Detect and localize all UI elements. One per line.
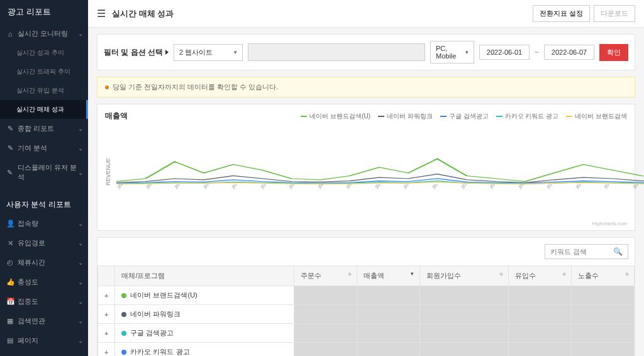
- chart-xaxis-title: DAY: [116, 209, 644, 216]
- legend-item[interactable]: 네이버 파워링크: [378, 112, 433, 121]
- data-cell: [420, 343, 509, 357]
- media-table: 매체/프로그램주문수매출액회원가입수유입수노출수 +네이버 브랜드검색(U)+네…: [97, 265, 635, 356]
- data-cell: [357, 305, 420, 324]
- data-cell: [571, 286, 634, 305]
- table-header[interactable]: 노출수: [571, 266, 634, 286]
- media-name-cell: 네이버 브랜드검색(U): [115, 286, 294, 305]
- table-panel: 🔍 매체/프로그램주문수매출액회원가입수유입수노출수 +네이버 브랜드검색(U)…: [97, 237, 635, 356]
- table-header[interactable]: 회원가입수: [420, 266, 509, 286]
- sidebar-item-realtime-perf-trend[interactable]: 실시간 성과 추이: [0, 43, 88, 62]
- data-cell: [294, 305, 357, 324]
- sidebar-item-page[interactable]: ▤페이지: [0, 331, 88, 350]
- table-header[interactable]: 매체/프로그램: [115, 266, 294, 286]
- search-icon[interactable]: 🔍: [608, 245, 628, 259]
- sidebar-item-summary-report[interactable]: ✎ 종합 리포트: [0, 119, 88, 138]
- data-cell: [508, 343, 571, 357]
- table-row: +네이버 파워링크: [98, 305, 635, 324]
- sidebar-title: 광고 리포트: [0, 0, 88, 24]
- chart-credit: Highcharts.com: [97, 221, 635, 230]
- media-name-cell: 네이버 파워링크: [115, 305, 294, 324]
- date-to[interactable]: 2022-06-07: [544, 45, 594, 60]
- chart-legend: 네이버 브랜드검색(U)네이버 파워링크구글 검색광고카카오 키워드 광고네이버…: [301, 112, 627, 121]
- device-select[interactable]: PC, Mobile: [430, 41, 474, 64]
- data-cell: [508, 305, 571, 324]
- legend-item[interactable]: 카카오 키워드 광고: [496, 112, 559, 121]
- color-dot-icon: [121, 350, 126, 355]
- data-cell: [420, 286, 509, 305]
- conversion-settings-button[interactable]: 전환지표 설정: [533, 5, 590, 22]
- date-from[interactable]: 2022-06-01: [479, 45, 530, 60]
- notice-banner: 당일 기준 전일자까지의 데이터를 확인할 수 있습니다.: [97, 77, 635, 97]
- data-cell: [571, 305, 634, 324]
- shuffle-icon: ⤨: [6, 239, 14, 247]
- data-cell: [508, 286, 571, 305]
- sidebar-item-display-user[interactable]: ✎ 디스플레이 유저 분석: [0, 158, 88, 187]
- table-row: +네이버 브랜드검색(U): [98, 286, 635, 305]
- data-cell: [294, 343, 357, 357]
- user-icon: 👤: [6, 220, 14, 228]
- sidebar-item-product[interactable]: △상품: [0, 350, 88, 356]
- sidebar-item-visits[interactable]: 👤접속량: [0, 214, 88, 233]
- chart-panel: 매출액 네이버 브랜드검색(U)네이버 파워링크구글 검색광고카카오 키워드 광…: [97, 104, 635, 231]
- filter-bar: 필터 및 옵션 선택 2 웹사이트 PC, Mobile 2022-06-01 …: [97, 34, 635, 70]
- sidebar-item-attribution[interactable]: ✎ 기여 분석: [0, 138, 88, 158]
- sidebar: 광고 리포트 ⌂ 실시간 모니터링 실시간 성과 추이 실시간 트래픽 추이 실…: [0, 0, 88, 356]
- expand-button[interactable]: +: [98, 286, 115, 305]
- filter-extra-select[interactable]: [248, 43, 425, 61]
- filter-label: 필터 및 옵션 선택: [104, 47, 169, 58]
- data-cell: [357, 343, 420, 357]
- sidebar-item-search-related[interactable]: ▦검색연관: [0, 311, 88, 331]
- chart-yaxis-label: REVENUE: [105, 128, 111, 216]
- chart-xaxis-labels: 2022-06-01 002022-06-01 032022-06-01 062…: [116, 184, 644, 208]
- keyword-search: 🔍: [545, 244, 628, 259]
- expand-button[interactable]: +: [98, 324, 115, 343]
- data-cell: [571, 343, 634, 357]
- sidebar-section-user-analytics: 사용자 분석 리포트: [0, 192, 88, 214]
- sidebar-item-loyalty[interactable]: 👍충성도: [0, 272, 88, 292]
- clock-icon: ◴: [6, 259, 14, 267]
- sidebar-item-dwell-time[interactable]: ◴체류시간: [0, 253, 88, 272]
- data-cell: [420, 305, 509, 324]
- legend-item[interactable]: 구글 검색광고: [440, 112, 489, 121]
- expand-button[interactable]: +: [98, 343, 115, 357]
- page-icon: ▤: [6, 337, 14, 345]
- page-title: 실시간 매체 성과: [112, 8, 174, 19]
- legend-item[interactable]: 네이버 브랜드검색: [566, 112, 627, 121]
- topbar: ☰ 실시간 매체 성과 전환지표 설정 다운로드: [88, 0, 644, 28]
- keyword-search-input[interactable]: [545, 245, 608, 259]
- hamburger-icon[interactable]: ☰: [97, 8, 106, 19]
- table-header[interactable]: 유입수: [508, 266, 571, 286]
- confirm-button[interactable]: 확인: [599, 44, 628, 61]
- data-cell: [357, 286, 420, 305]
- download-button[interactable]: 다운로드: [594, 5, 635, 22]
- home-icon: ⌂: [6, 30, 14, 38]
- sidebar-item-realtime-media-perf[interactable]: 실시간 매체 성과: [0, 100, 88, 119]
- sidebar-item-realtime-traffic-trend[interactable]: 실시간 트래픽 추이: [0, 62, 88, 81]
- sidebar-item-label: 실시간 모니터링: [18, 29, 68, 38]
- media-name-cell: 카카오 키워드 광고: [115, 343, 294, 357]
- data-cell: [294, 324, 357, 343]
- thumbsup-icon: 👍: [6, 278, 14, 286]
- calendar-icon: 📅: [6, 298, 14, 306]
- color-dot-icon: [121, 312, 126, 317]
- table-header[interactable]: 매출액: [357, 266, 420, 286]
- pencil-icon: ✎: [6, 144, 14, 152]
- table-row: +구글 검색광고: [98, 324, 635, 343]
- data-cell: [571, 324, 634, 343]
- data-cell: [357, 324, 420, 343]
- pencil-icon: ✎: [6, 125, 14, 133]
- chart-plot[interactable]: 2022-06-01 002022-06-01 032022-06-01 062…: [116, 128, 644, 216]
- sidebar-item-realtime-monitoring[interactable]: ⌂ 실시간 모니터링: [0, 24, 88, 43]
- legend-item[interactable]: 네이버 브랜드검색(U): [301, 112, 370, 121]
- date-separator: ~: [535, 48, 539, 57]
- data-cell: [420, 324, 509, 343]
- sidebar-item-realtime-inflow[interactable]: 실시간 유입 분석: [0, 81, 88, 100]
- grid-icon: ▦: [6, 317, 14, 325]
- table-header[interactable]: 주문수: [294, 266, 357, 286]
- expand-button[interactable]: +: [98, 305, 115, 324]
- color-dot-icon: [121, 331, 126, 336]
- chart-title: 매출액: [105, 111, 128, 121]
- site-select[interactable]: 2 웹사이트: [174, 44, 243, 61]
- sidebar-item-referrer[interactable]: ⤨유입경로: [0, 233, 88, 253]
- sidebar-item-concentration[interactable]: 📅집중도: [0, 292, 88, 311]
